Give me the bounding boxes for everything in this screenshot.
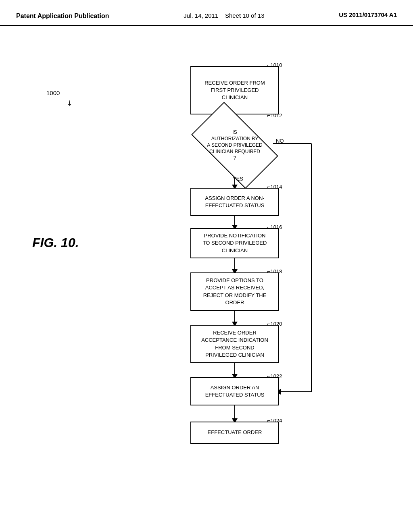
- node-1012: ISAUTHORIZATION BYA SECOND PRIVILEGEDCLI…: [190, 115, 279, 175]
- node-1010: RECEIVE ORDER FROM FIRST PRIVILEGED CLIN…: [190, 66, 279, 114]
- publication-title: Patent Application Publication: [16, 11, 109, 21]
- sheet-info: Sheet 10 of 13: [225, 12, 265, 19]
- publication-date: Jul. 14, 2011: [184, 12, 218, 19]
- node-1022: ASSIGN ORDER AN EFFECTUATED STATUS: [190, 377, 279, 405]
- annotation-1000: 1000: [46, 89, 60, 96]
- flowchart-area: 1010 RECEIVE ORDER FROM FIRST PRIVILEGED…: [113, 42, 389, 505]
- figure-label: FIG. 10.: [32, 235, 79, 250]
- node-1020: RECEIVE ORDER ACCEPTANCE INDICATION FROM…: [190, 325, 279, 363]
- annotation-arrow: ↘: [65, 98, 75, 108]
- left-panel: 1000 ↘ FIG. 10.: [24, 42, 113, 505]
- yes-label: YES: [233, 176, 243, 182]
- page-header: Patent Application Publication Jul. 14, …: [0, 0, 413, 26]
- node-1024: EFFECTUATE ORDER: [190, 422, 279, 444]
- no-label: NO: [276, 138, 284, 144]
- flowchart-container: 1010 RECEIVE ORDER FROM FIRST PRIVILEGED…: [154, 42, 348, 505]
- node-1014: ASSIGN ORDER A NON- EFFECTUATED STATUS: [190, 188, 279, 216]
- node-1018: PROVIDE OPTIONS TO ACCEPT AS RECEIVED, R…: [190, 272, 279, 311]
- main-content: 1000 ↘ FIG. 10.: [0, 26, 413, 522]
- publication-date-sheet: Jul. 14, 2011 Sheet 10 of 13: [184, 11, 264, 21]
- publication-number: US 2011/0173704 A1: [339, 11, 397, 18]
- node-1016: PROVIDE NOTIFICATION TO SECOND PRIVILEGE…: [190, 228, 279, 258]
